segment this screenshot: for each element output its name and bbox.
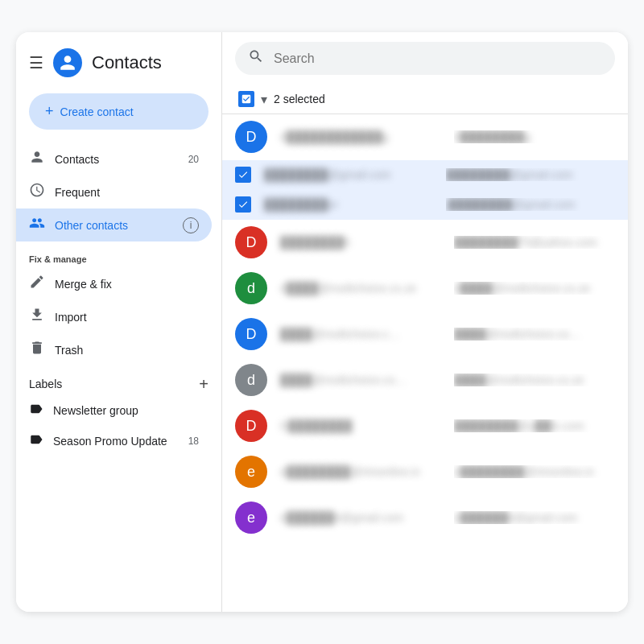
labels-header: Labels + bbox=[16, 366, 221, 395]
avatar: D bbox=[235, 318, 267, 350]
import-icon bbox=[29, 307, 45, 327]
sidebar-item-contacts-label: Contacts bbox=[55, 153, 99, 166]
selection-dropdown-arrow[interactable]: ▾ bbox=[261, 92, 267, 107]
contact-email: ████████@y██lo.com bbox=[454, 419, 615, 432]
app-logo bbox=[53, 48, 82, 77]
sidebar-item-contacts[interactable]: Contacts 20 bbox=[16, 142, 212, 175]
contact-email: j████████@gmail.com bbox=[446, 198, 615, 211]
contact-email: d████████g bbox=[454, 130, 615, 143]
avatar: D bbox=[235, 226, 267, 258]
table-row[interactable]: d ████@multichoice.co… ████@multichoice.… bbox=[222, 357, 628, 403]
contact-name: ████████h bbox=[280, 236, 441, 249]
selection-bar: ▾ 2 selected bbox=[222, 85, 628, 114]
sidebar-item-import[interactable]: Import bbox=[16, 300, 212, 333]
search-icon bbox=[248, 48, 264, 68]
contact-checkbox[interactable] bbox=[235, 196, 251, 213]
sidebar-item-trash-label: Trash bbox=[55, 344, 83, 357]
frequent-icon bbox=[29, 182, 45, 202]
contact-name: ████████@gmail.com bbox=[264, 168, 433, 181]
contact-list: D d████████████g d████████g ████████@gma… bbox=[222, 114, 628, 612]
sidebar-item-other-contacts-label: Other contacts bbox=[55, 219, 128, 232]
table-row[interactable]: d d████@multichoice.co.ze d████@multicho… bbox=[222, 266, 628, 312]
avatar: d bbox=[235, 364, 267, 396]
table-row[interactable]: D D████████ ████████@y██lo.com bbox=[222, 403, 628, 449]
contact-name: ████@multichoice.c… bbox=[280, 328, 441, 341]
contact-name: ████@multichoice.co… bbox=[280, 374, 441, 386]
select-all-button[interactable] bbox=[238, 91, 254, 107]
sidebar-item-merge-fix[interactable]: Merge & fix bbox=[16, 267, 212, 300]
contact-email: ████████@gmail.com bbox=[446, 168, 615, 181]
sidebar-header: ☰ Contacts bbox=[16, 42, 221, 90]
table-row[interactable]: D d████████████g d████████g bbox=[222, 114, 628, 160]
table-row[interactable]: ████████@gmail.com ████████@gmail.com bbox=[222, 160, 628, 190]
contact-checkbox[interactable] bbox=[235, 167, 251, 183]
table-row[interactable]: ████████or j████████@gmail.com bbox=[222, 190, 628, 220]
fix-manage-section-title: Fix & manage bbox=[16, 242, 221, 267]
table-row[interactable]: e e██████4@gmail.com e██████4@gmail.com bbox=[222, 495, 628, 541]
add-label-button[interactable]: + bbox=[199, 376, 208, 392]
merge-icon bbox=[29, 274, 45, 294]
label-season-promo-label: Season Promo Update bbox=[53, 435, 167, 448]
contact-email: ████████75@yahoo.com bbox=[454, 236, 615, 249]
contacts-count: 20 bbox=[188, 154, 199, 165]
table-row[interactable]: D ████████h ████████75@yahoo.com bbox=[222, 220, 628, 266]
app-title: Contacts bbox=[92, 52, 162, 73]
contact-name: d████@multichoice.co.ze bbox=[280, 282, 441, 295]
search-input[interactable] bbox=[274, 52, 602, 66]
table-row[interactable]: e e████████@rtmonline.in e████████@rtmon… bbox=[222, 449, 628, 495]
contact-name: ████████or bbox=[264, 198, 433, 211]
contact-name: D████████ bbox=[280, 419, 441, 432]
avatar: D bbox=[235, 410, 267, 442]
contact-email: e████████@rtmonline.in bbox=[454, 465, 615, 478]
contact-email: d████@multichoice.co.ze bbox=[454, 282, 615, 295]
avatar: D bbox=[235, 121, 267, 153]
avatar: e bbox=[235, 456, 267, 488]
sidebar-item-other-contacts[interactable]: Other contacts i bbox=[16, 208, 212, 242]
contacts-icon bbox=[29, 149, 45, 169]
search-bar bbox=[235, 42, 615, 75]
label-newsletter-label: Newsletter group bbox=[53, 404, 138, 417]
label-newsletter-icon bbox=[29, 402, 43, 419]
contact-email: e██████4@gmail.com bbox=[454, 511, 615, 524]
labels-title: Labels bbox=[29, 378, 62, 390]
contact-name: e████████@rtmonline.in bbox=[280, 465, 441, 478]
sidebar-item-trash[interactable]: Trash bbox=[16, 333, 212, 366]
sidebar-item-frequent-label: Frequent bbox=[55, 186, 100, 199]
create-contact-button[interactable]: + Create contact bbox=[29, 93, 208, 130]
label-season-promo-icon bbox=[29, 432, 43, 450]
avatar: e bbox=[235, 502, 267, 534]
sidebar: ☰ Contacts + Create contact Contacts 20 bbox=[16, 32, 222, 612]
label-season-promo[interactable]: Season Promo Update 18 bbox=[16, 426, 212, 456]
table-row[interactable]: D ████@multichoice.c… ████@multichoice.c… bbox=[222, 312, 628, 357]
sidebar-item-merge-label: Merge & fix bbox=[55, 278, 112, 291]
selected-count: 2 selected bbox=[274, 93, 325, 105]
contact-email: ████@multichoice.co… bbox=[454, 328, 615, 341]
trash-icon bbox=[29, 340, 45, 360]
avatar: d bbox=[235, 272, 267, 304]
sidebar-item-import-label: Import bbox=[55, 311, 87, 324]
season-promo-count: 18 bbox=[188, 436, 199, 447]
contact-email: ████@multichoice.co.ze bbox=[454, 374, 615, 386]
hamburger-icon[interactable]: ☰ bbox=[29, 53, 43, 72]
info-icon[interactable]: i bbox=[183, 217, 199, 233]
sidebar-item-frequent[interactable]: Frequent bbox=[16, 175, 212, 208]
label-newsletter[interactable]: Newsletter group bbox=[16, 395, 212, 426]
other-contacts-icon bbox=[29, 215, 45, 235]
contact-name: e██████4@gmail.com bbox=[280, 511, 441, 524]
main-content: ▾ 2 selected D d████████████g d████████g… bbox=[222, 32, 628, 612]
plus-icon: + bbox=[45, 103, 54, 120]
contact-name: d████████████g bbox=[280, 130, 441, 143]
